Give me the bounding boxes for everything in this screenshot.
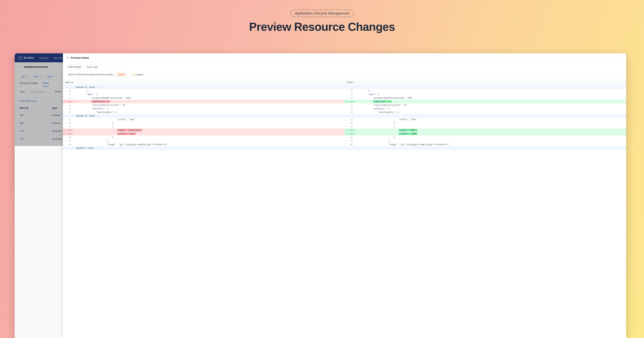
- before-side: Expand 21 lines ...22 },23 "spec": {24 "…: [63, 85, 344, 150]
- diff-line: 28 "matchLabels": {: [63, 110, 344, 114]
- resource-name: apps/v1:Deployment:simpleservicenew:simp…: [68, 73, 115, 76]
- logo-icon: [18, 56, 22, 60]
- diff-line: 86 }: [63, 135, 344, 139]
- stack-tab-dev3[interactable]: dev3✕: [46, 74, 58, 79]
- diff-line: 23 "spec": {: [344, 93, 626, 96]
- resource-selector-row: apps/v1:Deployment:simpleservicenew:simp…: [63, 69, 626, 80]
- resource-select[interactable]: apps/v1:Deployment:simpleservicenew:simp…: [66, 72, 130, 77]
- diff-line: 85+ "value": "bbb": [344, 132, 626, 135]
- diff-line: 87 ],: [63, 139, 344, 143]
- back-arrow-icon[interactable]: ←: [18, 65, 22, 69]
- status-dot-icon: [134, 74, 135, 75]
- run-id: 181: [20, 114, 52, 116]
- type-filter-label: Type :: [20, 90, 26, 93]
- plus-icon: +: [60, 75, 62, 78]
- before-header: Before: [63, 80, 344, 85]
- expand-row[interactable]: [344, 146, 626, 150]
- diff-line: 27 "selector": {: [63, 107, 344, 110]
- type-filter-select[interactable]: Please select t… ⌄: [28, 89, 52, 94]
- expand-row[interactable]: Expand 21 lines ...: [63, 85, 344, 89]
- app-window: Kusion Projects Workspaces ← simpleservi…: [15, 53, 626, 338]
- brand-name: Kusion: [24, 56, 34, 60]
- chevron-down-icon: ⌄: [49, 91, 50, 93]
- nav-projects[interactable]: Projects: [39, 56, 49, 59]
- stack-tab-dev2[interactable]: dev2✕: [32, 74, 44, 79]
- brand-logo[interactable]: Kusion: [18, 56, 34, 60]
- diff-line: 81 "value": "aaa": [344, 118, 626, 121]
- update-pill: Update: [117, 73, 126, 76]
- diff-line: 84- "name": "basccaaa",: [63, 128, 344, 132]
- expand-row[interactable]: [344, 114, 626, 118]
- expand-row[interactable]: Expand 2 lines ...: [63, 146, 344, 150]
- close-icon[interactable]: ✕: [26, 75, 28, 78]
- svg-rect-0: [18, 56, 22, 60]
- update-status: Update: [134, 73, 143, 76]
- diff-line: 28 "matchLabels": {: [344, 110, 626, 114]
- diff-line: 84+ "name": "bbb",: [344, 128, 626, 132]
- col-header-id: Runs ID: [20, 107, 52, 109]
- tab-runs[interactable]: Runs: [43, 82, 49, 87]
- diff-line: 87 ],: [344, 139, 626, 143]
- tab-resource-graph[interactable]: Resource Graph: [20, 82, 38, 87]
- diff-line: 81 "value": "aaa": [63, 118, 344, 121]
- run-id: 180: [20, 122, 52, 124]
- close-icon[interactable]: ✕: [40, 75, 42, 78]
- diff-line: 88 "image": "gcr.io/google-samples/gb-fr…: [63, 143, 344, 146]
- diff-line: 83 {: [344, 125, 626, 128]
- close-icon[interactable]: ✕: [54, 75, 56, 78]
- preview-detail-panel: ✕ Preview Detail Exec Result Exec Logs a…: [63, 53, 626, 338]
- diff-line: 82 },: [63, 121, 344, 125]
- diff-line: 83 {: [63, 125, 344, 128]
- diff-line: 25+ "replicas": 1,: [344, 100, 626, 103]
- diff-line: 88 "image": "gcr.io/google-samples/gb-fr…: [344, 143, 626, 146]
- diff-line: 86 }: [344, 135, 626, 139]
- after-header: After: [344, 80, 626, 85]
- hero-section: Application Lifecycle Management Preview…: [0, 0, 644, 34]
- diff-line: 23 "spec": {: [63, 93, 344, 96]
- breadcrumb-title: simpleservicenew: [24, 65, 48, 69]
- diff-line: 22 },: [344, 89, 626, 93]
- diff-line: 26 "revisionHistoryLimit": 10,: [344, 103, 626, 107]
- diff-line: 27 "selector": {: [344, 107, 626, 110]
- status-filter-label: Status :: [55, 90, 62, 93]
- diff-line: 22 },: [63, 89, 344, 93]
- diff-header: Before After: [63, 80, 626, 85]
- expand-row[interactable]: [344, 85, 626, 89]
- diff-viewer: Before After Expand 21 lines ...22 },23 …: [63, 80, 626, 338]
- panel-title: Preview Detail: [70, 56, 89, 59]
- stack-tab-dev[interactable]: dev✕: [20, 74, 30, 79]
- tab-exec-logs[interactable]: Exec Logs: [84, 64, 100, 69]
- expand-row[interactable]: Expand 52 lines ...: [63, 114, 344, 118]
- tab-exec-result[interactable]: Exec Result: [66, 64, 83, 69]
- diff-line: 25- "replicas": 2,: [63, 100, 344, 103]
- panel-tabs: Exec Result Exec Logs: [63, 62, 626, 69]
- category-pill: Application Lifecycle Management: [290, 10, 354, 17]
- run-id: 179: [20, 130, 52, 132]
- close-icon[interactable]: ✕: [66, 56, 68, 59]
- run-id: 178: [20, 137, 52, 140]
- diff-line: 26 "revisionHistoryLimit": 10,: [63, 103, 344, 107]
- hero-title: Preview Resource Changes: [0, 20, 644, 34]
- diff-line: 85- "value": "aaa": [63, 132, 344, 135]
- diff-line: 82 },: [344, 121, 626, 125]
- after-side: 22 },23 "spec": {24 "progressDeadlineSec…: [344, 85, 626, 150]
- diff-body: Expand 21 lines ...22 },23 "spec": {24 "…: [63, 85, 626, 150]
- chevron-down-icon: ⌄: [127, 73, 128, 76]
- panel-header: ✕ Preview Detail: [63, 53, 626, 62]
- diff-line: 24 "progressDeadlineSeconds": 600,: [344, 96, 626, 100]
- diff-line: 24 "progressDeadlineSeconds": 600,: [63, 96, 344, 100]
